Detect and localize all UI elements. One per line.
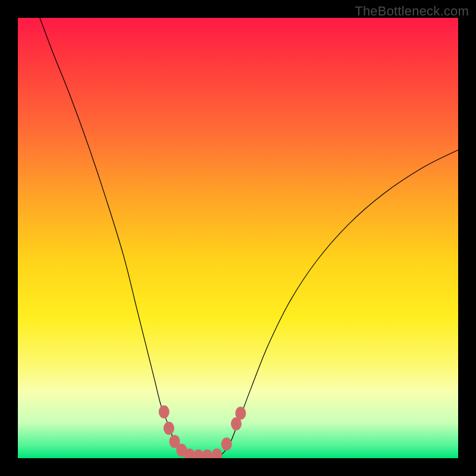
highlight-dot [221, 437, 232, 450]
watermark-text: TheBottleneck.com [355, 4, 469, 19]
highlight-dot [211, 449, 222, 458]
highlight-dot [159, 405, 170, 418]
highlight-dot [164, 422, 174, 435]
plot-svg [18, 18, 458, 458]
highlight-markers [159, 405, 246, 458]
highlight-dot [202, 449, 212, 458]
gradient-plot-area [18, 18, 458, 458]
highlight-dot [235, 407, 246, 420]
curve-right-branch [220, 150, 458, 456]
curve-left-branch [40, 18, 187, 456]
